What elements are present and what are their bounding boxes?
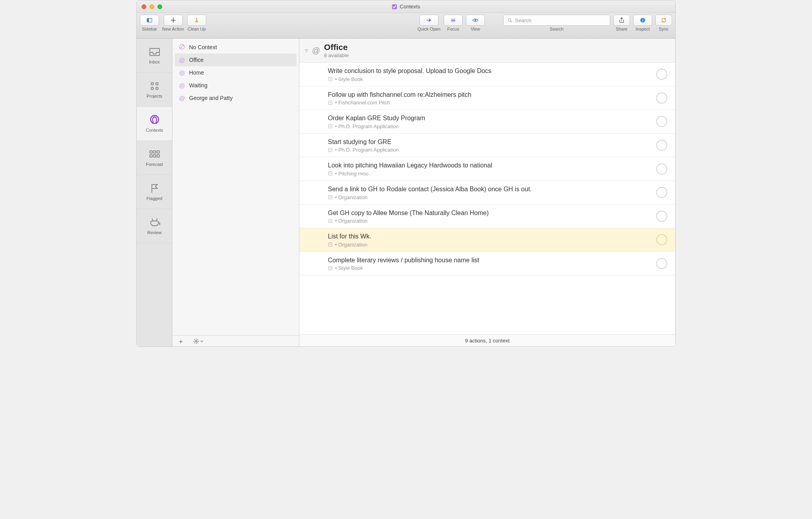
info-icon xyxy=(640,17,646,23)
task-subline: • Organization xyxy=(328,242,651,248)
task-row[interactable]: Complete literary reviews / publishing h… xyxy=(299,252,675,276)
context-item[interactable]: No Context xyxy=(175,41,297,54)
task-row[interactable]: Get GH copy to Allee Monse (The Naturall… xyxy=(299,205,675,229)
task-complete-checkbox[interactable] xyxy=(656,187,667,198)
rail-label-review: Review xyxy=(147,230,161,235)
chevron-down-icon xyxy=(200,340,203,343)
svg-rect-19 xyxy=(153,151,156,153)
task-subline: • Style Book xyxy=(328,265,651,271)
svg-point-7 xyxy=(475,19,476,21)
task-complete-checkbox[interactable] xyxy=(656,92,667,104)
task-project: • Style Book xyxy=(335,76,363,82)
rail-forecast[interactable]: Forecast xyxy=(137,141,172,175)
tool-label-focus: Focus xyxy=(447,27,459,31)
task-row[interactable]: Send a link to GH to Rodale contact (Jes… xyxy=(299,181,675,205)
task-row[interactable]: List for this Wk.• Organization xyxy=(299,228,675,252)
perspective-rail: Inbox Projects Contexts Forecast xyxy=(137,38,172,346)
task-subline: • Organization xyxy=(328,218,651,224)
svg-rect-30 xyxy=(329,101,332,104)
toolbar: Sidebar New Action Clean Up Quick Open xyxy=(137,13,675,38)
task-row[interactable]: Start studying for GRE• Ph.D. Program Ap… xyxy=(299,134,675,158)
task-complete-checkbox[interactable] xyxy=(656,211,667,222)
rail-inbox[interactable]: Inbox xyxy=(137,38,172,73)
task-row[interactable]: Follow up with fishchannel.com re:Alzhei… xyxy=(299,86,675,110)
task-complete-checkbox[interactable] xyxy=(656,234,667,245)
close-window-button[interactable] xyxy=(142,4,146,9)
at-icon: @ xyxy=(179,69,185,76)
task-body: Complete literary reviews / publishing h… xyxy=(328,256,651,271)
task-list: Write conclusion to style proposal. Uplo… xyxy=(299,63,675,334)
disclosure-triangle[interactable]: ▽ xyxy=(305,48,308,53)
task-subline: • Style Book xyxy=(328,76,651,82)
svg-rect-51 xyxy=(329,266,332,270)
task-complete-checkbox[interactable] xyxy=(656,258,667,269)
task-subline: • Fishchannel.com Pitch xyxy=(328,100,651,106)
context-item-label: Office xyxy=(189,57,203,63)
task-title: Get GH copy to Allee Monse (The Naturall… xyxy=(328,209,651,217)
context-item[interactable]: @Waiting xyxy=(175,79,297,92)
inspect-button[interactable] xyxy=(633,15,652,26)
svg-point-11 xyxy=(642,19,643,19)
sidebar-bottom-bar: ＋ xyxy=(172,335,299,346)
quick-open-button[interactable] xyxy=(419,15,439,26)
task-row[interactable]: Look into pitching Hawaiian Legacy Hardw… xyxy=(299,157,675,181)
sidebar-gear-menu[interactable] xyxy=(193,338,203,344)
task-project: • Fishchannel.com Pitch xyxy=(335,100,390,106)
context-item[interactable]: @Office xyxy=(175,54,297,66)
task-body: Get GH copy to Allee Monse (The Naturall… xyxy=(328,209,651,224)
task-complete-checkbox[interactable] xyxy=(656,69,667,80)
context-item[interactable]: @Home xyxy=(175,66,297,79)
context-item[interactable]: @George and Patty xyxy=(175,92,297,104)
svg-rect-36 xyxy=(329,148,332,152)
view-button[interactable] xyxy=(466,15,485,26)
task-body: List for this Wk.• Organization xyxy=(328,232,651,248)
task-project: • Style Book xyxy=(335,265,363,271)
note-icon xyxy=(328,171,333,176)
search-input[interactable]: Search xyxy=(503,15,610,26)
task-row[interactable]: Write conclusion to style proposal. Uplo… xyxy=(299,63,675,86)
flag-icon xyxy=(149,183,161,194)
rail-label-flagged: Flagged xyxy=(147,196,163,201)
svg-point-16 xyxy=(156,87,158,90)
clean-up-button[interactable] xyxy=(187,15,206,26)
broom-icon xyxy=(193,17,200,23)
context-title: Office xyxy=(324,42,349,52)
plus-icon xyxy=(170,17,176,23)
rail-projects[interactable]: Projects xyxy=(137,73,172,107)
svg-rect-48 xyxy=(329,243,332,246)
task-subline: • Ph.D. Program Application xyxy=(328,147,651,153)
task-row[interactable]: Order Kaplan GRE Study Program• Ph.D. Pr… xyxy=(299,110,675,134)
task-subline: • Ph.D. Program Application xyxy=(328,123,651,129)
task-complete-checkbox[interactable] xyxy=(656,163,667,175)
task-project: • Pitching misc. xyxy=(335,171,370,177)
tool-label-sync: Sync xyxy=(659,27,668,31)
tool-label-sidebar: Sidebar xyxy=(142,27,157,31)
rail-contexts[interactable]: Contexts xyxy=(137,107,172,141)
task-project: • Ph.D. Program Application xyxy=(335,147,399,153)
svg-line-9 xyxy=(511,21,512,22)
rail-review[interactable]: Review xyxy=(137,209,172,243)
task-complete-checkbox[interactable] xyxy=(656,140,667,151)
task-title: Send a link to GH to Rodale contact (Jes… xyxy=(328,185,651,194)
note-icon xyxy=(328,148,333,152)
svg-rect-27 xyxy=(329,77,332,81)
add-context-button[interactable]: ＋ xyxy=(177,336,184,346)
task-complete-checkbox[interactable] xyxy=(656,116,667,127)
main-content: ▽ @ Office 8 available Write conclusion … xyxy=(299,38,675,346)
new-action-button[interactable] xyxy=(164,15,183,26)
tool-sidebar: Sidebar xyxy=(140,15,159,31)
focus-button[interactable] xyxy=(444,15,463,26)
svg-point-13 xyxy=(151,83,153,85)
sync-button[interactable] xyxy=(655,15,672,26)
svg-rect-2 xyxy=(147,18,149,22)
minimize-window-button[interactable] xyxy=(149,4,154,9)
svg-rect-42 xyxy=(329,196,332,199)
task-body: Order Kaplan GRE Study Program• Ph.D. Pr… xyxy=(328,114,651,129)
note-icon xyxy=(328,242,333,247)
sidebar-toggle-button[interactable] xyxy=(140,15,159,26)
rail-flagged[interactable]: Flagged xyxy=(137,175,172,209)
zoom-window-button[interactable] xyxy=(157,4,162,9)
share-button[interactable] xyxy=(613,15,630,26)
task-project: • Ph.D. Program Application xyxy=(335,123,399,129)
svg-point-8 xyxy=(508,19,511,21)
